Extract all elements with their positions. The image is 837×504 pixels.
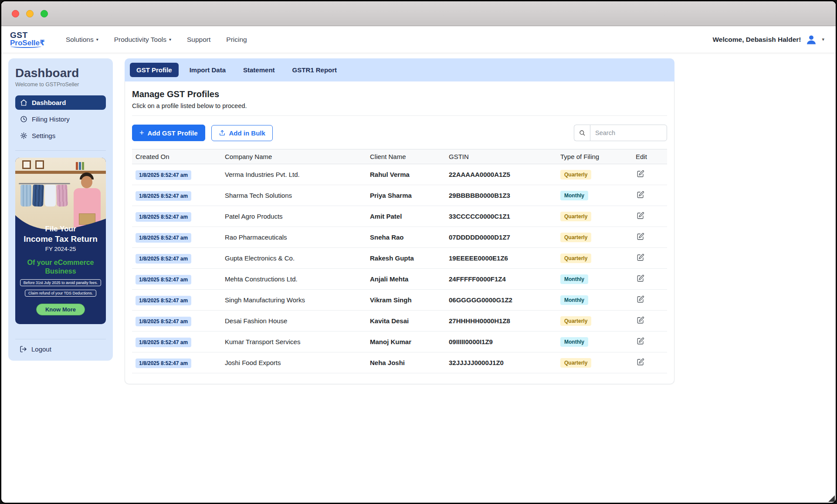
company-name: Sharma Tech Solutions — [221, 185, 366, 206]
chevron-down-icon[interactable]: ▾ — [822, 37, 824, 42]
edit-profile-button[interactable] — [636, 274, 645, 284]
profile-row[interactable]: 1/8/2025 8:52:47 amDesai Fashion HouseKa… — [132, 311, 667, 331]
nav-item-label: Support — [187, 36, 210, 44]
ad-note-1: Before 31st July 2025 to avoid panalty f… — [20, 279, 102, 286]
created-on-badge: 1/8/2025 8:52:47 am — [136, 233, 191, 243]
page-subtitle: Click on a profile listed below to proce… — [132, 102, 667, 109]
nav-item-label: Pricing — [226, 36, 247, 44]
sidebar: Dashboard Welcome to GSTProSeller Dashbo… — [8, 58, 113, 361]
profile-row[interactable]: 1/8/2025 8:52:47 amKumar Transport Servi… — [132, 331, 667, 352]
search-input[interactable] — [590, 125, 667, 141]
sidebar-item-filing-history[interactable]: Filing History — [15, 112, 106, 126]
gstin-value: 22AAAAA0000A1Z5 — [445, 164, 557, 185]
client-name: Sneha Rao — [366, 227, 445, 248]
user-avatar-icon[interactable] — [805, 34, 817, 46]
nav-item-label: Solutions — [66, 36, 94, 44]
edit-profile-button[interactable] — [636, 169, 645, 180]
created-on-badge: 1/8/2025 8:52:47 am — [136, 317, 191, 326]
profile-row[interactable]: 1/8/2025 8:52:47 amJoshi Food ExportsNeh… — [132, 352, 667, 373]
filing-type-badge: Quarterly — [560, 170, 591, 179]
client-name: Rakesh Gupta — [366, 248, 445, 269]
clock-icon — [20, 115, 27, 123]
edit-profile-button[interactable] — [636, 336, 645, 347]
client-name: Priya Sharma — [366, 185, 445, 206]
edit-profile-button[interactable] — [636, 232, 645, 243]
gstin-value: 29BBBBB0000B1Z3 — [445, 185, 557, 206]
client-name: Kavita Desai — [366, 311, 445, 331]
ad-text: File Your Income Tax Return FY 2024-25 O… — [15, 225, 106, 315]
chevron-down-icon: ▾ — [169, 37, 171, 42]
minimize-window-button[interactable] — [26, 10, 34, 17]
column-header-type-of-filing: Type of Filing — [557, 149, 632, 164]
window-resize-grip[interactable] — [828, 495, 835, 502]
add-in-bulk-button[interactable]: Add in Bulk — [211, 125, 273, 141]
logout-icon — [20, 345, 27, 353]
created-on-badge: 1/8/2025 8:52:47 am — [136, 254, 191, 264]
sidebar-bottom: Logout — [15, 339, 106, 354]
sidebar-subtitle: Welcome to GSTProSeller — [15, 81, 106, 88]
created-on-badge: 1/8/2025 8:52:47 am — [136, 359, 191, 368]
tab-gstr1-report[interactable]: GSTR1 Report — [286, 63, 344, 77]
company-name: Gupta Electronics & Co. — [221, 248, 366, 269]
edit-profile-button[interactable] — [636, 190, 645, 201]
add-gst-profile-button[interactable]: + Add GST Profile — [132, 125, 205, 141]
search-icon[interactable] — [574, 125, 590, 141]
tab-gst-profile[interactable]: GST Profile — [130, 63, 179, 77]
add-gst-profile-label: Add GST Profile — [148, 129, 198, 137]
client-name: Vikram Singh — [366, 290, 445, 311]
logout-button[interactable]: Logout — [15, 339, 106, 354]
profile-row[interactable]: 1/8/2025 8:52:47 amRao PharmaceuticalsSn… — [132, 227, 667, 248]
created-on-badge: 1/8/2025 8:52:47 am — [136, 191, 191, 201]
gstin-value: 06GGGGG0000G1Z2 — [445, 290, 557, 311]
sidebar-item-settings[interactable]: Settings — [15, 129, 106, 143]
sidebar-item-dashboard[interactable]: Dashboard — [15, 95, 106, 110]
edit-profile-button[interactable] — [636, 357, 645, 368]
profile-row[interactable]: 1/8/2025 8:52:47 amPatel Agro ProductsAm… — [132, 206, 667, 227]
profile-row[interactable]: 1/8/2025 8:52:47 amSingh Manufacturing W… — [132, 290, 667, 311]
ad-line-2: Income Tax Return — [19, 234, 102, 244]
created-on-badge: 1/8/2025 8:52:47 am — [136, 296, 191, 305]
company-name: Singh Manufacturing Works — [221, 290, 366, 311]
page-title: Manage GST Profiles — [132, 89, 667, 99]
plus-icon: + — [139, 129, 144, 137]
edit-profile-button[interactable] — [636, 253, 645, 264]
column-header-created-on: Created On — [132, 149, 221, 164]
ad-note-2: Claim refund of your TDS Deductions. — [25, 290, 96, 297]
company-name: Kumar Transport Services — [221, 331, 366, 352]
nav-item-pricing[interactable]: Pricing — [226, 36, 247, 44]
close-window-button[interactable] — [12, 10, 19, 17]
edit-profile-button[interactable] — [636, 315, 645, 326]
profile-row[interactable]: 1/8/2025 8:52:47 amVerma Industries Pvt.… — [132, 164, 667, 185]
company-name: Verma Industries Pvt. Ltd. — [221, 164, 366, 185]
tab-import-data[interactable]: Import Data — [183, 63, 232, 77]
nav-item-productivity-tools[interactable]: Productivity Tools▾ — [114, 36, 171, 44]
profile-row[interactable]: 1/8/2025 8:52:47 amMehta Constructions L… — [132, 269, 667, 290]
nav-item-label: Productivity Tools — [114, 36, 166, 44]
know-more-button[interactable]: Know More — [36, 304, 85, 315]
edit-profile-button[interactable] — [636, 211, 645, 222]
company-name: Patel Agro Products — [221, 206, 366, 227]
created-on-badge: 1/8/2025 8:52:47 am — [136, 275, 191, 284]
sidebar-ad-banner[interactable]: File Your Income Tax Return FY 2024-25 O… — [15, 158, 106, 324]
logo-text-proseller: ProSelle₹ — [10, 39, 45, 48]
ad-line-5: Business — [19, 267, 102, 276]
tab-statement[interactable]: Statement — [237, 63, 281, 77]
filing-type-badge: Monthly — [560, 274, 588, 284]
filing-type-badge: Monthly — [560, 337, 588, 347]
profile-row[interactable]: 1/8/2025 8:52:47 amSharma Tech Solutions… — [132, 185, 667, 206]
add-in-bulk-label: Add in Bulk — [229, 129, 265, 137]
sidebar-item-label: Dashboard — [32, 99, 66, 106]
column-header-gstin: GSTIN — [445, 149, 557, 164]
tab-bar: GST ProfileImport DataStatementGSTR1 Rep… — [125, 58, 674, 81]
nav-item-solutions[interactable]: Solutions▾ — [66, 36, 98, 44]
company-name: Joshi Food Exports — [221, 352, 366, 373]
edit-profile-button[interactable] — [636, 294, 645, 305]
profile-row[interactable]: 1/8/2025 8:52:47 amGupta Electronics & C… — [132, 248, 667, 269]
app-logo[interactable]: GST ProSelle₹ — [10, 31, 45, 48]
filing-type-badge: Monthly — [560, 191, 588, 200]
gstin-value: 19EEEEE0000E1Z6 — [445, 248, 557, 269]
nav-item-support[interactable]: Support — [187, 36, 210, 44]
zoom-window-button[interactable] — [41, 10, 48, 17]
filing-type-badge: Quarterly — [560, 316, 591, 326]
gstin-value: 07DDDDD0000D1Z7 — [445, 227, 557, 248]
